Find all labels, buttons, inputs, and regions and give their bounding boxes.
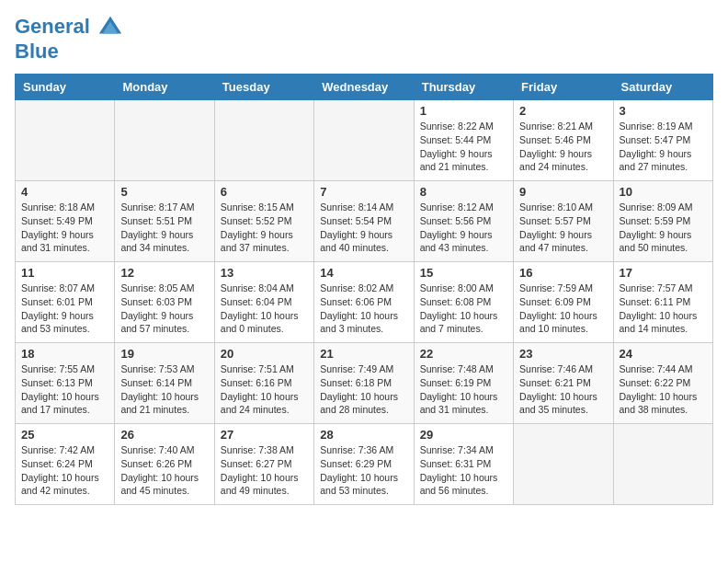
day-number: 13 <box>221 266 308 280</box>
day-of-week-sunday: Sunday <box>16 75 115 100</box>
calendar-cell <box>214 100 313 181</box>
calendar-cell: 13Sunrise: 8:04 AM Sunset: 6:04 PM Dayli… <box>214 262 313 343</box>
day-info: Sunrise: 7:40 AM Sunset: 6:26 PM Dayligh… <box>120 443 208 498</box>
day-info: Sunrise: 8:09 AM Sunset: 5:59 PM Dayligh… <box>620 201 707 255</box>
day-info: Sunrise: 8:05 AM Sunset: 6:03 PM Dayligh… <box>120 282 208 336</box>
calendar-cell: 3Sunrise: 8:19 AM Sunset: 5:47 PM Daylig… <box>613 100 712 181</box>
day-number: 8 <box>420 185 507 199</box>
calendar-cell: 8Sunrise: 8:12 AM Sunset: 5:56 PM Daylig… <box>414 181 513 262</box>
day-number: 29 <box>420 428 507 442</box>
logo: General Blue <box>15 15 123 63</box>
day-number: 10 <box>620 185 707 199</box>
day-number: 23 <box>519 347 607 361</box>
day-number: 5 <box>120 185 208 199</box>
calendar-cell <box>514 424 613 505</box>
day-info: Sunrise: 8:18 AM Sunset: 5:49 PM Dayligh… <box>21 201 108 255</box>
day-number: 4 <box>21 185 108 199</box>
calendar-cell <box>613 424 712 505</box>
day-info: Sunrise: 8:14 AM Sunset: 5:54 PM Dayligh… <box>320 201 407 255</box>
calendar-cell: 22Sunrise: 7:48 AM Sunset: 6:19 PM Dayli… <box>414 343 513 424</box>
calendar-cell: 4Sunrise: 8:18 AM Sunset: 5:49 PM Daylig… <box>16 181 115 262</box>
calendar-cell: 11Sunrise: 8:07 AM Sunset: 6:01 PM Dayli… <box>16 262 115 343</box>
calendar-cell <box>115 100 214 181</box>
day-info: Sunrise: 7:34 AM Sunset: 6:31 PM Dayligh… <box>420 443 507 498</box>
day-info: Sunrise: 7:46 AM Sunset: 6:21 PM Dayligh… <box>519 362 607 417</box>
day-number: 15 <box>420 266 507 280</box>
day-info: Sunrise: 7:57 AM Sunset: 6:11 PM Dayligh… <box>620 282 707 336</box>
week-row-1: 1Sunrise: 8:22 AM Sunset: 5:44 PM Daylig… <box>16 100 713 181</box>
day-number: 11 <box>21 266 108 280</box>
page-header: General Blue <box>15 15 713 63</box>
day-info: Sunrise: 8:21 AM Sunset: 5:46 PM Dayligh… <box>519 120 607 174</box>
day-number: 3 <box>620 104 707 118</box>
calendar-cell: 21Sunrise: 7:49 AM Sunset: 6:18 PM Dayli… <box>314 343 414 424</box>
day-number: 28 <box>320 428 407 442</box>
day-number: 20 <box>221 347 308 361</box>
day-number: 27 <box>221 428 308 442</box>
day-number: 26 <box>120 428 208 442</box>
calendar-cell: 12Sunrise: 8:05 AM Sunset: 6:03 PM Dayli… <box>115 262 214 343</box>
day-number: 19 <box>120 347 208 361</box>
day-number: 17 <box>620 266 707 280</box>
day-of-week-friday: Friday <box>514 75 613 100</box>
day-info: Sunrise: 8:15 AM Sunset: 5:52 PM Dayligh… <box>221 201 308 255</box>
calendar-cell <box>16 100 115 181</box>
day-info: Sunrise: 7:55 AM Sunset: 6:13 PM Dayligh… <box>21 362 108 417</box>
day-info: Sunrise: 7:36 AM Sunset: 6:29 PM Dayligh… <box>320 443 407 498</box>
header-row: SundayMondayTuesdayWednesdayThursdayFrid… <box>16 75 713 100</box>
calendar-cell: 18Sunrise: 7:55 AM Sunset: 6:13 PM Dayli… <box>16 343 115 424</box>
calendar-cell: 29Sunrise: 7:34 AM Sunset: 6:31 PM Dayli… <box>414 424 513 505</box>
day-number: 18 <box>21 347 108 361</box>
calendar-cell: 10Sunrise: 8:09 AM Sunset: 5:59 PM Dayli… <box>613 181 712 262</box>
day-info: Sunrise: 8:12 AM Sunset: 5:56 PM Dayligh… <box>420 201 507 255</box>
day-number: 16 <box>519 266 607 280</box>
calendar-cell: 14Sunrise: 8:02 AM Sunset: 6:06 PM Dayli… <box>314 262 414 343</box>
week-row-3: 11Sunrise: 8:07 AM Sunset: 6:01 PM Dayli… <box>16 262 713 343</box>
day-info: Sunrise: 8:22 AM Sunset: 5:44 PM Dayligh… <box>420 120 507 174</box>
day-number: 12 <box>120 266 208 280</box>
day-number: 25 <box>21 428 108 442</box>
day-of-week-monday: Monday <box>115 75 214 100</box>
day-info: Sunrise: 7:51 AM Sunset: 6:16 PM Dayligh… <box>221 362 308 417</box>
calendar-cell: 20Sunrise: 7:51 AM Sunset: 6:16 PM Dayli… <box>214 343 313 424</box>
logo-blue-text: Blue <box>15 40 123 63</box>
day-of-week-saturday: Saturday <box>613 75 712 100</box>
calendar-cell: 19Sunrise: 7:53 AM Sunset: 6:14 PM Dayli… <box>115 343 214 424</box>
day-number: 24 <box>620 347 707 361</box>
day-info: Sunrise: 8:19 AM Sunset: 5:47 PM Dayligh… <box>620 120 707 174</box>
day-info: Sunrise: 7:59 AM Sunset: 6:09 PM Dayligh… <box>519 282 607 336</box>
calendar-cell: 2Sunrise: 8:21 AM Sunset: 5:46 PM Daylig… <box>514 100 613 181</box>
calendar-cell: 25Sunrise: 7:42 AM Sunset: 6:24 PM Dayli… <box>16 424 115 505</box>
day-of-week-wednesday: Wednesday <box>314 75 414 100</box>
day-info: Sunrise: 8:00 AM Sunset: 6:08 PM Dayligh… <box>420 282 507 336</box>
day-info: Sunrise: 8:04 AM Sunset: 6:04 PM Dayligh… <box>221 282 308 336</box>
calendar-cell <box>314 100 414 181</box>
day-number: 7 <box>320 185 407 199</box>
day-info: Sunrise: 8:17 AM Sunset: 5:51 PM Dayligh… <box>120 201 208 255</box>
day-of-week-tuesday: Tuesday <box>214 75 313 100</box>
day-number: 21 <box>320 347 407 361</box>
calendar-cell: 17Sunrise: 7:57 AM Sunset: 6:11 PM Dayli… <box>613 262 712 343</box>
calendar-cell: 16Sunrise: 7:59 AM Sunset: 6:09 PM Dayli… <box>514 262 613 343</box>
day-info: Sunrise: 7:42 AM Sunset: 6:24 PM Dayligh… <box>21 443 108 498</box>
day-number: 6 <box>221 185 308 199</box>
day-info: Sunrise: 8:02 AM Sunset: 6:06 PM Dayligh… <box>320 282 407 336</box>
day-info: Sunrise: 7:49 AM Sunset: 6:18 PM Dayligh… <box>320 362 407 417</box>
calendar-cell: 7Sunrise: 8:14 AM Sunset: 5:54 PM Daylig… <box>314 181 414 262</box>
calendar-cell: 9Sunrise: 8:10 AM Sunset: 5:57 PM Daylig… <box>514 181 613 262</box>
day-info: Sunrise: 7:38 AM Sunset: 6:27 PM Dayligh… <box>221 443 308 498</box>
day-info: Sunrise: 7:44 AM Sunset: 6:22 PM Dayligh… <box>620 362 707 417</box>
day-of-week-thursday: Thursday <box>414 75 513 100</box>
calendar-cell: 26Sunrise: 7:40 AM Sunset: 6:26 PM Dayli… <box>115 424 214 505</box>
calendar-cell: 5Sunrise: 8:17 AM Sunset: 5:51 PM Daylig… <box>115 181 214 262</box>
calendar-cell: 6Sunrise: 8:15 AM Sunset: 5:52 PM Daylig… <box>214 181 313 262</box>
calendar-cell: 15Sunrise: 8:00 AM Sunset: 6:08 PM Dayli… <box>414 262 513 343</box>
calendar-cell: 1Sunrise: 8:22 AM Sunset: 5:44 PM Daylig… <box>414 100 513 181</box>
day-info: Sunrise: 7:48 AM Sunset: 6:19 PM Dayligh… <box>420 362 507 417</box>
week-row-2: 4Sunrise: 8:18 AM Sunset: 5:49 PM Daylig… <box>16 181 713 262</box>
week-row-5: 25Sunrise: 7:42 AM Sunset: 6:24 PM Dayli… <box>16 424 713 505</box>
day-info: Sunrise: 8:07 AM Sunset: 6:01 PM Dayligh… <box>21 282 108 336</box>
calendar-cell: 24Sunrise: 7:44 AM Sunset: 6:22 PM Dayli… <box>613 343 712 424</box>
week-row-4: 18Sunrise: 7:55 AM Sunset: 6:13 PM Dayli… <box>16 343 713 424</box>
day-info: Sunrise: 7:53 AM Sunset: 6:14 PM Dayligh… <box>120 362 208 417</box>
